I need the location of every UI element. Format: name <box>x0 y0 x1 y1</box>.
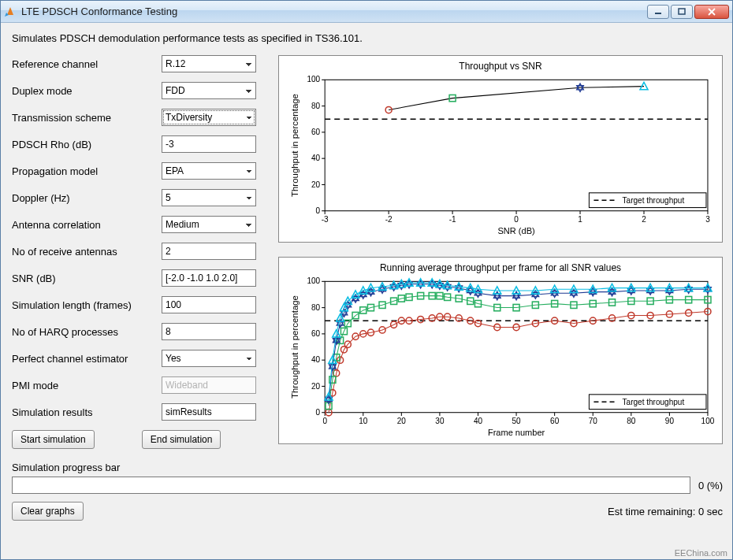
svg-text:80: 80 <box>311 102 320 110</box>
progress-bar <box>12 477 690 494</box>
svg-text:-3: -3 <box>322 215 329 224</box>
transmission-scheme-select[interactable]: TxDiversity <box>162 109 256 126</box>
transmission-scheme-label: Transmission scheme <box>12 112 162 124</box>
svg-text:90: 90 <box>665 417 674 425</box>
running-average-chart: Running average throughput per frame for… <box>278 257 723 444</box>
pmi-mode-select: Wideband <box>162 376 256 394</box>
antenna-correlation-label: Antenna correlation <box>12 219 162 231</box>
svg-text:40: 40 <box>474 417 482 425</box>
svg-text:0: 0 <box>316 206 321 215</box>
window-title: LTE PDSCH Conformance Testing <box>21 6 647 17</box>
doppler-label: Doppler (Hz) <box>12 192 162 204</box>
svg-text:20: 20 <box>311 180 320 188</box>
svg-text:60: 60 <box>311 329 320 338</box>
reference-channel-select[interactable]: R.12 <box>162 55 256 72</box>
svg-text:100: 100 <box>307 75 320 83</box>
svg-text:SNR (dB): SNR (dB) <box>497 226 534 235</box>
svg-text:0: 0 <box>316 408 321 417</box>
minimize-button[interactable] <box>647 5 669 19</box>
svg-text:Throughput in percentage: Throughput in percentage <box>290 94 300 197</box>
svg-text:Target throughput: Target throughput <box>623 398 685 406</box>
propagation-model-label: Propagation model <box>12 165 162 177</box>
pdsch-rho-input[interactable] <box>162 135 256 153</box>
svg-rect-6 <box>325 80 708 210</box>
harq-label: No of HARQ processes <box>12 326 162 338</box>
svg-text:30: 30 <box>435 417 444 425</box>
svg-text:Target throughput: Target throughput <box>623 196 685 205</box>
svg-text:-2: -2 <box>385 215 393 224</box>
svg-text:80: 80 <box>311 303 320 312</box>
sim-results-input[interactable] <box>162 403 256 421</box>
parameters-form: Reference channel R.12 Duplex mode FDD T… <box>12 55 264 449</box>
end-simulation-button[interactable]: End simulation <box>142 430 221 449</box>
progress-percent: 0 (%) <box>698 480 723 491</box>
svg-text:40: 40 <box>311 154 320 162</box>
rx-antennas-label: No of receive antennas <box>12 246 162 258</box>
app-window: LTE PDSCH Conformance Testing Simulates … <box>0 0 733 560</box>
pmi-mode-label: PMI mode <box>12 380 162 391</box>
close-button[interactable] <box>694 5 729 19</box>
rx-antennas-input[interactable] <box>162 243 256 260</box>
watermark-text: EEChina.com <box>675 548 727 558</box>
svg-text:Throughput in percentage: Throughput in percentage <box>290 295 300 399</box>
sim-results-label: Simulation results <box>12 406 162 418</box>
svg-text:80: 80 <box>627 417 635 425</box>
perfect-est-select[interactable]: Yes <box>162 350 256 367</box>
progress-label: Simulation progress bar <box>12 462 723 473</box>
duplex-mode-select[interactable]: FDD <box>162 82 256 99</box>
duplex-mode-label: Duplex mode <box>12 85 162 97</box>
svg-text:70: 70 <box>589 417 597 425</box>
antenna-correlation-select[interactable]: Medium <box>162 216 256 233</box>
svg-text:100: 100 <box>307 276 320 285</box>
svg-text:50: 50 <box>512 417 520 425</box>
sim-length-input[interactable] <box>162 296 256 313</box>
pdsch-rho-label: PDSCH Rho (dB) <box>12 139 162 150</box>
snr-input[interactable] <box>162 269 256 287</box>
svg-text:60: 60 <box>311 128 320 136</box>
svg-text:10: 10 <box>359 417 367 425</box>
svg-text:0: 0 <box>514 215 519 224</box>
window-controls <box>647 5 729 19</box>
snr-label: SNR (dB) <box>12 273 162 284</box>
svg-marker-0 <box>7 7 13 15</box>
harq-input[interactable] <box>162 323 256 340</box>
description-text: Simulates PDSCH demodulation performance… <box>12 32 723 44</box>
reference-channel-label: Reference channel <box>12 58 162 70</box>
start-simulation-button[interactable]: Start simulation <box>12 430 95 449</box>
svg-text:60: 60 <box>550 417 559 425</box>
svg-text:20: 20 <box>311 381 320 390</box>
svg-text:0: 0 <box>322 417 327 425</box>
content-panel: Simulates PDSCH demodulation performance… <box>1 23 732 559</box>
svg-text:2: 2 <box>642 215 646 224</box>
throughput-vs-snr-chart: Throughput vs SNR -3-2-10123020406080100… <box>278 55 723 243</box>
doppler-select[interactable]: 5 <box>162 189 256 206</box>
matlab-icon <box>4 6 17 18</box>
svg-text:Frame number: Frame number <box>488 428 545 437</box>
sim-length-label: Simulation length (frames) <box>12 299 162 311</box>
svg-text:20: 20 <box>397 417 406 425</box>
chart2-title: Running average throughput per frame for… <box>287 262 714 273</box>
chart1-title: Throughput vs SNR <box>287 61 714 72</box>
est-time-text: Est time remaining: 0 sec <box>608 506 723 517</box>
propagation-model-select[interactable]: EPA <box>162 162 256 180</box>
svg-text:-1: -1 <box>449 215 456 224</box>
svg-rect-2 <box>655 13 661 14</box>
svg-text:40: 40 <box>311 355 320 364</box>
svg-text:3: 3 <box>705 215 710 224</box>
perfect-est-label: Perfect channel estimator <box>12 353 162 365</box>
svg-text:100: 100 <box>701 417 714 425</box>
svg-rect-3 <box>679 9 685 14</box>
titlebar: LTE PDSCH Conformance Testing <box>1 1 732 23</box>
clear-graphs-button[interactable]: Clear graphs <box>12 502 84 521</box>
svg-text:1: 1 <box>578 215 582 224</box>
maximize-button[interactable] <box>671 5 693 19</box>
